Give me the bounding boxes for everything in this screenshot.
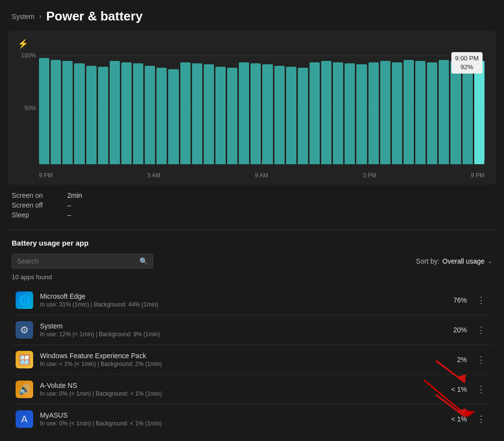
stat-value-screen-on: 2min: [67, 192, 82, 199]
stat-label-screen-on: Screen on: [12, 192, 56, 199]
chart-bar: [450, 61, 461, 164]
chart-bar: [204, 64, 214, 164]
app-name: Microsoft Edge: [40, 292, 441, 300]
app-icon-avolute: 🔊: [16, 381, 33, 398]
stat-value-screen-off: –: [67, 201, 71, 209]
chevron-down-icon: ⌄: [487, 258, 492, 265]
breadcrumb-chevron: ›: [39, 13, 41, 20]
chart-bar: [74, 63, 84, 164]
chart-bar: [227, 68, 237, 164]
chart-bar: [427, 62, 437, 164]
chart-area: 100% 50% 9:00 PM 92% 9 PM 3 AM 9 AM 3 PM…: [18, 52, 486, 179]
app-menu-button[interactable]: ⋮: [474, 324, 488, 336]
chart-bar: [356, 64, 367, 164]
chart-bar: [439, 60, 449, 164]
app-details: In use: 0% (< 1min) | Background: < 1% (…: [40, 420, 441, 427]
app-row[interactable]: 🪟 Windows Feature Experience Pack In use…: [12, 345, 492, 374]
app-name: A-Volute NS: [40, 382, 441, 389]
app-icon-edge: 🌐: [16, 291, 33, 309]
chart-bar: [298, 68, 308, 164]
chart-x-label-3pm: 3 PM: [363, 172, 376, 179]
search-sort-row: 🔍 Sort by: Overall usage ⌄: [12, 254, 492, 268]
sort-control[interactable]: Sort by: Overall usage ⌄: [416, 257, 492, 265]
chart-bar: [86, 66, 97, 164]
app-info: A-Volute NS In use: 0% (< 1min) | Backgr…: [40, 382, 441, 397]
chart-x-label-9pm2: 9 PM: [471, 172, 485, 179]
sort-value: Overall usage: [443, 257, 485, 265]
app-row[interactable]: 🌐 Microsoft Edge In use: 31% (1min) | Ba…: [12, 286, 492, 315]
app-info: System In use: 12% (< 1min) | Background…: [40, 322, 441, 338]
app-details: In use: < 1% (< 1min) | Background: 2% (…: [40, 361, 441, 367]
stat-screen-on: Screen on 2min: [12, 192, 492, 199]
chart-bar: [380, 61, 390, 164]
chart-bar: [415, 61, 426, 164]
app-usage: < 1%: [447, 385, 467, 393]
app-list: 🌐 Microsoft Edge In use: 31% (1min) | Ba…: [12, 286, 492, 434]
app-usage: 2%: [447, 356, 467, 364]
app-menu-button[interactable]: ⋮: [474, 413, 488, 425]
chart-bar: [145, 66, 155, 164]
chart-bar: [168, 69, 178, 165]
app-info: Microsoft Edge In use: 31% (1min) | Back…: [40, 292, 441, 308]
app-icon-wfep: 🪟: [16, 351, 33, 368]
chart-bar: [215, 67, 226, 164]
battery-usage-section: Battery usage per app 🔍 Sort by: Overall…: [0, 234, 504, 434]
app-menu-button[interactable]: ⋮: [474, 294, 488, 307]
app-menu-button[interactable]: ⋮: [474, 383, 488, 396]
app-row[interactable]: 🔊 A-Volute NS In use: 0% (< 1min) | Back…: [12, 375, 492, 404]
app-icon-myasus: A: [16, 410, 33, 428]
chart-bar: [121, 62, 132, 164]
chart-bar: [368, 62, 379, 164]
chart-bar: [333, 62, 343, 164]
app-usage: 76%: [447, 296, 467, 304]
chart-bar: [110, 61, 120, 164]
page-title: Power & battery: [46, 9, 143, 24]
search-input[interactable]: [17, 257, 136, 265]
chart-bar: [286, 67, 296, 164]
stat-label-screen-off: Screen off: [12, 201, 56, 209]
chart-bar: [39, 58, 49, 165]
screen-stats: Screen on 2min Screen off – Sleep –: [0, 185, 504, 226]
chart-bar: [463, 62, 473, 164]
search-box[interactable]: 🔍: [12, 254, 153, 268]
app-details: In use: 0% (< 1min) | Background: < 1% (…: [40, 390, 441, 397]
chart-x-axis: 9 PM 3 AM 9 AM 3 PM 9 PM: [37, 172, 486, 179]
app-name: MyASUS: [40, 411, 441, 419]
chart-bar: [474, 61, 485, 164]
chart-tooltip: 9:00 PM 92%: [451, 52, 483, 74]
chart-bar: [156, 68, 167, 164]
search-icon: 🔍: [139, 257, 148, 265]
chart-bar: [392, 62, 402, 164]
chart-bar: [251, 63, 261, 164]
chart-bar: [192, 63, 202, 164]
app-name: System: [40, 322, 441, 330]
chart-x-label-9pm: 9 PM: [39, 172, 53, 179]
chart-bar: [274, 66, 285, 164]
chart-bar: [404, 60, 414, 164]
app-details: In use: 31% (1min) | Background: 44% (1m…: [40, 301, 441, 308]
chart-bar: [180, 62, 191, 164]
app-icon-system: ⚙: [16, 321, 33, 339]
breadcrumb-system[interactable]: System: [12, 13, 35, 20]
chart-bar: [98, 67, 108, 164]
chart-bars: [37, 52, 486, 164]
stat-sleep: Sleep –: [12, 211, 492, 219]
chart-y-label-100: 100%: [18, 52, 36, 59]
chart-y-label-50: 50%: [18, 105, 36, 112]
app-row[interactable]: A MyASUS In use: 0% (< 1min) | Backgroun…: [12, 404, 492, 434]
page-header: System › Power & battery: [0, 0, 504, 31]
sort-label: Sort by:: [416, 257, 439, 265]
app-details: In use: 12% (< 1min) | Background: 9% (1…: [40, 331, 441, 338]
chart-bar: [321, 61, 331, 164]
apps-found-count: 10 apps found: [12, 273, 492, 281]
chart-bar: [262, 64, 272, 164]
battery-usage-title: Battery usage per app: [12, 239, 492, 247]
app-usage: 20%: [447, 326, 467, 334]
app-info: MyASUS In use: 0% (< 1min) | Background:…: [40, 411, 441, 427]
app-menu-button[interactable]: ⋮: [474, 353, 488, 366]
chart-bar: [51, 60, 61, 164]
app-row[interactable]: ⚙ System In use: 12% (< 1min) | Backgrou…: [12, 315, 492, 345]
chart-x-label-9am: 9 AM: [255, 172, 268, 179]
app-info: Windows Feature Experience Pack In use: …: [40, 352, 441, 367]
stat-value-sleep: –: [67, 211, 71, 219]
